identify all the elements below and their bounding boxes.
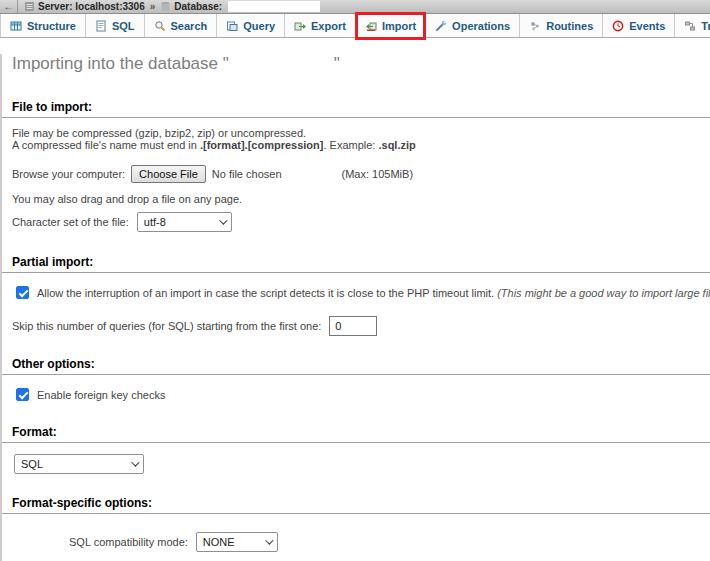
- export-icon: [294, 20, 306, 32]
- main-content: Importing into the database "" File to i…: [0, 54, 710, 561]
- charset-label: Character set of the file:: [12, 216, 129, 228]
- line2-example: .sql.zip: [378, 139, 415, 151]
- max-upload-size: (Max: 105MiB): [342, 168, 414, 180]
- skip-queries-row: Skip this number of queries (for SQL) st…: [12, 316, 710, 336]
- interrupt-checkbox[interactable]: [16, 286, 29, 299]
- database-icon: [160, 1, 171, 12]
- foreign-key-checks-label: Enable foreign key checks: [37, 389, 165, 401]
- browse-row: Browse your computer: Choose File No fil…: [12, 163, 710, 185]
- tab-routines[interactable]: Routines: [520, 14, 603, 37]
- structure-icon: [10, 20, 22, 32]
- query-icon: [226, 20, 238, 32]
- chevron-down-icon: [265, 536, 273, 544]
- section-heading-file-to-import: File to import:: [2, 100, 710, 118]
- interrupt-row: Allow the interruption of an import in c…: [16, 286, 710, 299]
- choose-file-button[interactable]: Choose File: [131, 165, 206, 183]
- section-heading-partial-import: Partial import:: [2, 255, 710, 273]
- tab-query-label: Query: [243, 20, 275, 32]
- skip-queries-input[interactable]: 0: [329, 316, 377, 336]
- tab-bar: Structure SQL Search Query Export Import…: [0, 14, 710, 38]
- interrupt-label-text: Allow the interruption of an import in c…: [37, 287, 497, 299]
- tab-import-label: Import: [382, 20, 416, 32]
- section-heading-format-specific: Format-specific options:: [2, 496, 710, 514]
- fk-checks-row: Enable foreign key checks: [16, 388, 710, 401]
- compression-info-line2: A compressed file's name must end in .[f…: [12, 139, 710, 151]
- tab-events-label: Events: [629, 20, 665, 32]
- tab-search-label: Search: [171, 20, 208, 32]
- tab-triggers-label: Triggers: [701, 20, 710, 32]
- page-title-prefix: Importing into the database ": [12, 54, 229, 73]
- sql-compat-selected-value: NONE: [203, 536, 235, 548]
- interrupt-label-note: (This might be a good way to import larg…: [497, 287, 710, 299]
- section-heading-format: Format:: [2, 425, 710, 443]
- sql-icon: [95, 20, 107, 32]
- breadcrumb-separator: »: [150, 1, 156, 12]
- section-heading-other-options: Other options:: [2, 357, 710, 375]
- sql-compat-label: SQL compatibility mode:: [69, 536, 188, 548]
- tab-export-label: Export: [311, 20, 346, 32]
- line2-prefix: A compressed file's name must end in: [12, 139, 200, 151]
- no-file-chosen-text: No file chosen: [212, 168, 282, 180]
- breadcrumb: Server: localhost:3306 » Database:: [24, 1, 320, 12]
- browse-label: Browse your computer:: [12, 168, 125, 180]
- tab-structure-label: Structure: [27, 20, 76, 32]
- tab-sql-label: SQL: [112, 20, 135, 32]
- charset-selected-value: utf-8: [144, 216, 166, 228]
- sql-compat-select[interactable]: NONE: [196, 532, 278, 552]
- routines-icon: [529, 20, 541, 32]
- tab-search[interactable]: Search: [145, 14, 218, 37]
- chevron-down-icon: [131, 458, 139, 466]
- wrench-icon: [435, 20, 447, 32]
- interrupt-label: Allow the interruption of an import in c…: [37, 287, 710, 299]
- tab-operations-label: Operations: [452, 20, 510, 32]
- clock-icon: [612, 20, 624, 32]
- search-icon: [154, 20, 166, 32]
- tab-triggers[interactable]: Triggers: [675, 14, 710, 37]
- tab-events[interactable]: Events: [603, 14, 675, 37]
- tab-structure[interactable]: Structure: [1, 14, 86, 37]
- breadcrumb-bar: ← Server: localhost:3306 » Database:: [0, 0, 710, 14]
- chevron-down-icon: [219, 216, 227, 224]
- format-select[interactable]: SQL: [14, 454, 144, 474]
- import-icon: [365, 20, 377, 32]
- format-row: SQL: [14, 454, 710, 474]
- tab-export[interactable]: Export: [285, 14, 356, 37]
- compression-info-line1: File may be compressed (gzip, bzip2, zip…: [12, 127, 710, 139]
- foreign-key-checks-checkbox[interactable]: [16, 388, 29, 401]
- drag-drop-note: You may also drag and drop a file on any…: [12, 193, 710, 205]
- tab-operations[interactable]: Operations: [426, 14, 520, 37]
- skip-queries-label: Skip this number of queries (for SQL) st…: [12, 320, 321, 332]
- line2-format-pattern: .[format].[compression]: [200, 139, 323, 151]
- tab-query[interactable]: Query: [217, 14, 285, 37]
- page-title: Importing into the database "": [12, 54, 710, 74]
- sql-compat-row: SQL compatibility mode: NONE: [69, 532, 710, 552]
- tab-routines-label: Routines: [546, 20, 593, 32]
- tab-sql[interactable]: SQL: [86, 14, 145, 37]
- back-arrow-icon: ←: [4, 1, 14, 12]
- server-breadcrumb-link[interactable]: Server: localhost:3306: [38, 1, 145, 12]
- charset-row: Character set of the file: utf-8: [12, 212, 710, 232]
- line2-mid: . Example:: [323, 139, 378, 151]
- charset-select[interactable]: utf-8: [137, 212, 232, 232]
- format-selected-value: SQL: [21, 458, 43, 470]
- tab-import[interactable]: Import: [356, 14, 426, 37]
- database-name-redacted: [228, 1, 320, 12]
- back-arrow-button[interactable]: ←: [0, 0, 18, 13]
- page-title-suffix: ": [334, 54, 340, 73]
- server-icon: [24, 1, 35, 12]
- triggers-icon: [684, 20, 696, 32]
- database-breadcrumb-link[interactable]: Database:: [174, 1, 222, 12]
